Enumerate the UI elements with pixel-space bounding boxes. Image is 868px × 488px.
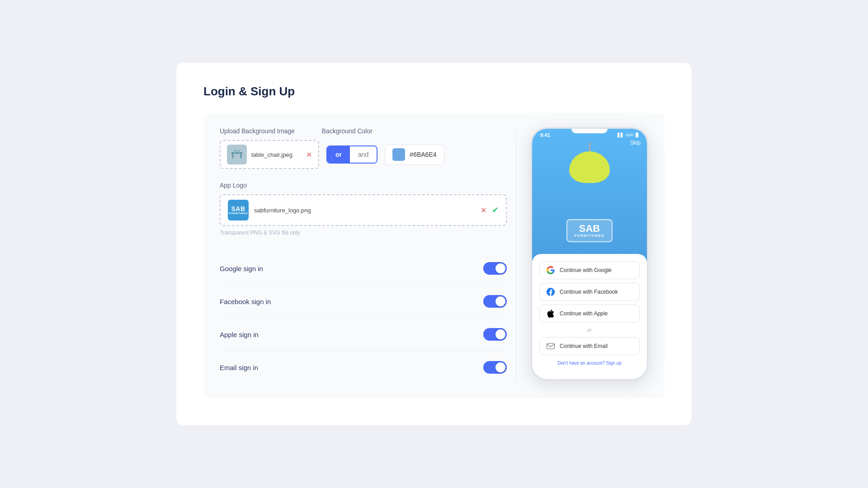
logo-hint: Transparent PNG & SVG file only [220,230,507,236]
google-continue-label: Continue with Google [560,267,612,273]
phone-screen: 9:41 ▋▋ WiFi ▉ Skip [532,129,647,379]
bg-labels-row: Upload Background Image Background Color [220,127,507,135]
svg-rect-3 [241,154,242,158]
phone-bottom-panel: Continue with Google Continue with Faceb… [532,254,647,379]
upload-row: table_chair.jpeg ✕ or and #6BA6E4 [220,140,507,169]
phone-or-divider: or [539,327,640,333]
apple-signin-toggle[interactable] [483,328,507,341]
left-panel: Upload Background Image Background Color [220,127,507,384]
app-logo-label: App Logo [220,182,507,189]
page-title: Login & Sign Up [203,84,665,99]
facebook-icon [546,287,555,296]
svg-rect-6 [233,150,240,151]
file-thumbnail [227,145,247,164]
signin-row-facebook: Facebook sign in [220,285,507,318]
apple-icon [546,309,555,318]
logo-upload-box[interactable]: SAB FURNITURES sabfurniture_logo.png ✕ ✔ [220,194,507,226]
facebook-continue-label: Continue with Facebook [560,289,618,295]
phone-logo-sab: SAB [575,224,605,234]
content-area: Upload Background Image Background Color [203,113,665,398]
google-icon [546,266,555,275]
apple-continue-label: Continue with Apple [560,310,608,317]
svg-rect-7 [547,343,555,349]
signin-row-apple: Apple sign in [220,318,507,351]
or-button[interactable]: or [327,146,350,163]
battery-icon: ▉ [636,133,639,137]
lamp-illustration [569,142,610,183]
color-hex-value: #6BA6E4 [410,151,436,158]
bg-color-label: Background Color [322,127,373,135]
phone-status-icons: ▋▋ WiFi ▉ [618,133,639,137]
google-signin-label: Google sign in [220,265,263,272]
svg-rect-0 [229,148,245,162]
logo-furnitures-text: FURNITURES [229,212,248,215]
facebook-continue-button[interactable]: Continue with Facebook [539,283,640,301]
and-button[interactable]: and [350,146,377,163]
main-card: Login & Sign Up Upload Background Image … [176,63,692,425]
remove-logo-icon[interactable]: ✕ [481,206,486,215]
file-upload-box[interactable]: table_chair.jpeg ✕ [220,140,319,169]
wifi-icon: WiFi [626,133,634,137]
apple-signin-label: Apple sign in [220,331,259,338]
phone-mockup-area: 9:41 ▋▋ WiFi ▉ Skip [516,127,648,384]
upload-bg-label: Upload Background Image [220,127,295,135]
facebook-signin-label: Facebook sign in [220,298,271,305]
or-and-selector[interactable]: or and [326,145,377,164]
bg-filename: table_chair.jpeg [251,151,302,158]
svg-rect-2 [232,154,234,158]
email-continue-button[interactable]: Continue with Email [539,337,640,355]
phone-frame: 9:41 ▋▋ WiFi ▉ Skip [531,127,648,380]
facebook-signin-toggle[interactable] [483,295,507,308]
phone-logo-area: SAB FURNITURES [532,219,647,249]
apple-continue-button[interactable]: Continue with Apple [539,305,640,323]
email-icon [546,342,555,351]
color-swatch [392,148,405,161]
logo-thumbnail: SAB FURNITURES [228,200,249,221]
phone-logo-badge: SAB FURNITURES [566,219,613,242]
logo-filename: sabfurniture_logo.png [254,207,475,214]
phone-signup-text[interactable]: Don't have an account? Sign up [539,361,640,366]
logo-sab-text: SAB [231,206,245,212]
signal-icon: ▋▋ [618,133,624,137]
remove-bg-file-icon[interactable]: ✕ [306,150,312,159]
email-signin-toggle[interactable] [483,361,507,374]
svg-rect-1 [231,152,242,154]
signin-row-google: Google sign in [220,252,507,285]
lamp-shade [569,151,610,183]
check-icon: ✔ [492,205,499,215]
signin-options: Google sign in Facebook sign in Apple si… [220,252,507,384]
signin-row-email: Email sign in [220,351,507,384]
logo-section: App Logo SAB FURNITURES sabfurniture_log… [220,182,507,236]
phone-notch [571,129,608,133]
email-signin-label: Email sign in [220,364,258,371]
google-signin-toggle[interactable] [483,262,507,275]
color-picker-box[interactable]: #6BA6E4 [385,144,444,165]
email-continue-label: Continue with Email [560,343,608,349]
google-continue-button[interactable]: Continue with Google [539,261,640,279]
phone-logo-furnitures: FURNITURES [575,234,605,238]
skip-button[interactable]: Skip [630,140,641,146]
phone-time: 9:41 [540,132,550,138]
